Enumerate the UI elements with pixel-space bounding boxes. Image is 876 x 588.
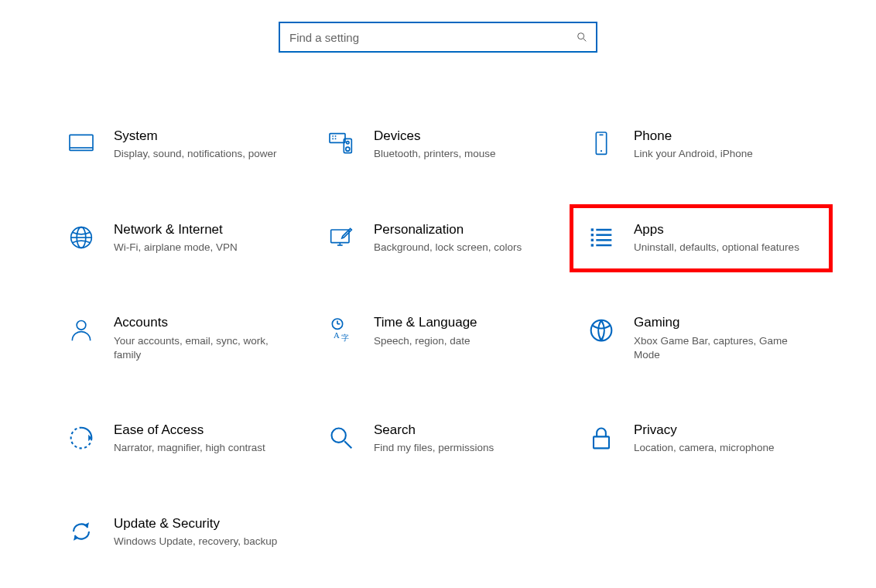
gaming-icon (586, 315, 617, 346)
category-text: PersonalizationBackground, lock screen, … (374, 222, 553, 255)
category-privacy[interactable]: PrivacyLocation, camera, microphone (581, 416, 821, 462)
category-apps[interactable]: AppsUninstall, defaults, optional featur… (581, 216, 821, 262)
category-gaming[interactable]: GamingXbox Game Bar, captures, Game Mode (581, 309, 821, 368)
category-title: Ease of Access (114, 422, 293, 438)
category-text: SearchFind my files, permissions (374, 422, 553, 456)
category-desc: Wi-Fi, airplane mode, VPN (114, 241, 293, 255)
category-desc: Location, camera, microphone (634, 441, 813, 455)
category-phone[interactable]: PhoneLink your Android, iPhone (581, 122, 821, 168)
category-title: Time & Language (374, 315, 553, 330)
category-text: Ease of AccessNarrator, magnifier, high … (114, 422, 293, 456)
settings-grid: SystemDisplay, sound, notifications, pow… (58, 122, 818, 555)
search-input[interactable] (288, 30, 576, 45)
category-text: DevicesBluetooth, printers, mouse (374, 128, 553, 162)
phone-icon (586, 128, 617, 159)
category-search[interactable]: SearchFind my files, permissions (321, 416, 561, 462)
category-title: Devices (374, 128, 553, 144)
svg-point-0 (578, 33, 584, 39)
category-devices[interactable]: DevicesBluetooth, printers, mouse (321, 122, 561, 168)
category-title: Privacy (634, 422, 813, 438)
category-title: Search (374, 422, 553, 438)
devices-icon (326, 128, 357, 159)
category-desc: Link your Android, iPhone (634, 147, 813, 161)
category-desc: Background, lock screen, colors (374, 241, 553, 255)
category-personalization[interactable]: PersonalizationBackground, lock screen, … (321, 216, 561, 262)
category-title: Gaming (634, 315, 813, 330)
category-title: System (114, 128, 293, 144)
category-text: GamingXbox Game Bar, captures, Game Mode (634, 315, 813, 362)
category-desc: Narrator, magnifier, high contrast (114, 441, 293, 455)
category-title: Accounts (114, 315, 293, 330)
category-ease[interactable]: Ease of AccessNarrator, magnifier, high … (61, 416, 301, 462)
category-title: Apps (634, 222, 813, 238)
system-icon (66, 128, 97, 159)
category-text: Time & LanguageSpeech, region, date (374, 315, 553, 348)
category-time[interactable]: Time & LanguageSpeech, region, date (321, 309, 561, 368)
privacy-icon (586, 422, 617, 453)
apps-icon (586, 222, 617, 253)
category-update[interactable]: Update & SecurityWindows Update, recover… (61, 510, 301, 556)
network-icon (66, 222, 97, 253)
category-text: PrivacyLocation, camera, microphone (634, 422, 813, 456)
update-icon (66, 516, 97, 547)
category-text: Update & SecurityWindows Update, recover… (114, 516, 293, 549)
category-text: AccountsYour accounts, email, sync, work… (114, 315, 293, 362)
search-box[interactable] (279, 22, 597, 53)
category-desc: Display, sound, notifications, power (114, 147, 293, 161)
personalization-icon (326, 222, 357, 253)
settings-home: SystemDisplay, sound, notifications, pow… (0, 0, 876, 588)
category-desc: Uninstall, defaults, optional features (634, 241, 813, 255)
ease-icon (66, 422, 97, 453)
category-desc: Windows Update, recovery, backup (114, 535, 293, 549)
category-text: AppsUninstall, defaults, optional featur… (634, 222, 813, 255)
category-network[interactable]: Network & InternetWi-Fi, airplane mode, … (61, 216, 301, 262)
accounts-icon (66, 315, 97, 346)
time-icon (326, 315, 357, 346)
search-icon (326, 422, 357, 453)
category-accounts[interactable]: AccountsYour accounts, email, sync, work… (61, 309, 301, 368)
search-icon (576, 31, 588, 43)
category-text: PhoneLink your Android, iPhone (634, 128, 813, 162)
category-desc: Xbox Game Bar, captures, Game Mode (634, 334, 813, 362)
category-text: SystemDisplay, sound, notifications, pow… (114, 128, 293, 162)
category-text: Network & InternetWi-Fi, airplane mode, … (114, 222, 293, 255)
category-desc: Find my files, permissions (374, 441, 553, 455)
category-system[interactable]: SystemDisplay, sound, notifications, pow… (61, 122, 301, 168)
category-title: Phone (634, 128, 813, 144)
category-title: Network & Internet (114, 222, 293, 238)
category-desc: Bluetooth, printers, mouse (374, 147, 553, 161)
category-title: Personalization (374, 222, 553, 238)
category-title: Update & Security (114, 516, 293, 532)
svg-line-1 (583, 39, 586, 41)
search-container (0, 22, 876, 53)
category-desc: Speech, region, date (374, 334, 553, 348)
category-desc: Your accounts, email, sync, work, family (114, 334, 293, 362)
